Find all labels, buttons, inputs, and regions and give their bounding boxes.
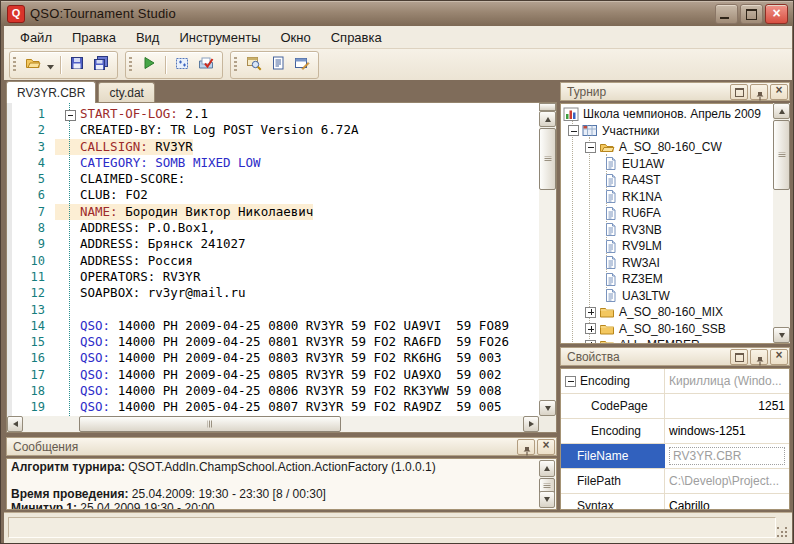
tree-item-ru6fa[interactable]: RU6FA — [561, 205, 789, 222]
code-editor[interactable]: 1START-OF-LOG: 2.12CREATED-BY: TR Log PO… — [6, 102, 557, 433]
tree-item-ua3ltw[interactable]: UA3LTW — [561, 288, 789, 305]
editor-line-8[interactable]: 8ADDRESS: P.O.Box1, — [7, 220, 539, 236]
messages-scrollbar[interactable] — [539, 460, 555, 508]
tab-rv3yr-cbr[interactable]: RV3YR.CBR — [6, 81, 96, 103]
property-value[interactable]: 1251 — [665, 394, 789, 418]
property-value[interactable]: Кириллица (Windo... — [665, 369, 789, 393]
editor-line-9[interactable]: 9ADDRESS: Брянск 241027 — [7, 236, 539, 252]
maximize-button[interactable] — [740, 4, 763, 24]
toolbar-check-log-button[interactable] — [194, 54, 218, 76]
editor-line-17[interactable]: 17QSO: 14000 PH 2009-04-25 0805 RV3YR 59… — [7, 367, 539, 383]
property-value[interactable]: C:\Develop\Project... — [665, 469, 789, 493]
scroll-up-button[interactable] — [539, 460, 555, 477]
toolbar-report-button[interactable] — [266, 54, 290, 76]
toolbar-save-all-button[interactable] — [89, 54, 113, 76]
tree-expander[interactable] — [585, 142, 596, 153]
panel-close-button[interactable] — [770, 84, 788, 100]
property-row-syntax[interactable]: SyntaxCabrillo — [561, 494, 789, 510]
panel-maximize-button[interactable] — [730, 349, 748, 365]
scroll-thumb[interactable] — [539, 128, 556, 190]
scroll-up-button[interactable] — [539, 111, 556, 127]
scroll-left-button[interactable] — [7, 416, 23, 432]
panel-pin-button[interactable] — [750, 349, 768, 365]
editor-line-15[interactable]: 15QSO: 14000 PH 2009-04-25 0801 RV3YR 59… — [7, 334, 539, 350]
toolbar-find-in-files-button[interactable] — [242, 54, 266, 76]
editor-lines[interactable]: 1START-OF-LOG: 2.12CREATED-BY: TR Log PO… — [7, 103, 539, 416]
tree-expander[interactable] — [585, 340, 596, 344]
tree-expander[interactable] — [585, 307, 596, 318]
close-button[interactable] — [765, 4, 788, 24]
tree-item-all-member[interactable]: ALL_MEMBER — [561, 337, 789, 344]
tree-expander[interactable] — [568, 125, 579, 136]
editor-vertical-scrollbar[interactable] — [539, 103, 556, 416]
property-row-filepath[interactable]: FilePathC:\Develop\Project... — [561, 469, 789, 494]
editor-line-3[interactable]: 3CALLSIGN: RV3YR — [7, 139, 539, 155]
tree-expander[interactable] — [585, 323, 596, 334]
property-row-codepage[interactable]: CodePage1251 — [561, 394, 789, 419]
editor-line-2[interactable]: 2CREATED-BY: TR Log POST Version 6.72A — [7, 122, 539, 138]
toolbar-run-button[interactable] — [137, 54, 161, 76]
menu-item-file[interactable]: Файл — [10, 28, 62, 47]
menu-item-view[interactable]: Вид — [126, 28, 170, 47]
editor-split-handle[interactable] — [539, 103, 556, 111]
property-value[interactable]: RV3YR.CBR — [665, 444, 789, 468]
editor-line-10[interactable]: 10ADDRESS: Россия — [7, 253, 539, 269]
tree-item-a-so-80-160-cw[interactable]: A_SO_80-160_CW — [561, 139, 789, 156]
editor-line-7[interactable]: 7NAME: Бородин Виктор Николаевич — [7, 204, 539, 220]
property-row-encoding[interactable]: EncodingКириллица (Windo... — [561, 369, 789, 394]
toolbar-open-button[interactable] — [21, 54, 45, 76]
panel-close-button[interactable] — [770, 349, 788, 365]
tree-item-a-so-80-160-ssb[interactable]: A_SO_80-160_SSB — [561, 321, 789, 338]
editor-line-19[interactable]: 19QSO: 14000 PH 2005-04-25 0807 RV3YR 59… — [7, 399, 539, 415]
property-row-encoding[interactable]: Encodingwindows-1251 — [561, 419, 789, 444]
fold-toggle[interactable] — [65, 110, 76, 121]
panel-pin-button[interactable] — [750, 84, 768, 100]
resize-grip[interactable] — [777, 527, 788, 538]
editor-line-16[interactable]: 16QSO: 14000 PH 2009-04-25 0803 RV3YR 59… — [7, 350, 539, 366]
editor-line-11[interactable]: 11OPERATORS: RV3YR — [7, 269, 539, 285]
tournament-tree[interactable]: Школа чемпионов. Апрель 2009УчастникиA_S… — [560, 103, 790, 344]
tab-cty-dat[interactable]: cty.dat — [98, 82, 154, 102]
group-expander[interactable] — [565, 376, 576, 387]
scroll-down-button[interactable] — [539, 491, 555, 508]
editor-line-4[interactable]: 4CATEGORY: SOMB MIXED LOW — [7, 155, 539, 171]
property-value[interactable]: Cabrillo — [665, 494, 789, 510]
property-grid[interactable]: EncodingКириллица (Windo...CodePage1251E… — [560, 368, 790, 510]
editor-line-18[interactable]: 18QSO: 14000 PH 2009-04-25 0806 RV3YR 59… — [7, 383, 539, 399]
panel-maximize-button[interactable] — [730, 84, 748, 100]
minimize-button[interactable] — [715, 4, 738, 24]
scroll-down-button[interactable] — [539, 400, 556, 416]
toolbar-open-dropdown-button[interactable] — [45, 54, 56, 76]
toolbar-grip[interactable] — [129, 57, 132, 73]
editor-horizontal-scrollbar[interactable] — [7, 416, 539, 432]
property-row-filename[interactable]: FileNameRV3YR.CBR — [561, 444, 789, 469]
tree-item-ra4st[interactable]: RA4ST — [561, 172, 789, 189]
menu-item-help[interactable]: Справка — [321, 28, 392, 47]
property-value[interactable]: windows-1251 — [665, 419, 789, 443]
menu-item-tools[interactable]: Инструменты — [169, 28, 270, 47]
tree-item-rv9lm[interactable]: RV9LM — [561, 238, 789, 255]
toolbar-grip[interactable] — [13, 57, 16, 73]
toolbar-grip[interactable] — [234, 57, 237, 73]
tree-item-rv3nb[interactable]: RV3NB — [561, 222, 789, 239]
toolbar-properties-button[interactable] — [290, 54, 314, 76]
editor-line-13[interactable]: 13 — [7, 302, 539, 318]
panel-close-button[interactable] — [537, 439, 555, 455]
title-bar[interactable]: Q QSO:Tournament Studio — [1, 1, 793, 26]
tree-item-rk1na[interactable]: RK1NA — [561, 189, 789, 206]
menu-item-edit[interactable]: Правка — [62, 28, 126, 47]
toolbar-save-button[interactable] — [65, 54, 89, 76]
tree-item-eu1aw[interactable]: EU1AW — [561, 156, 789, 173]
editor-line-5[interactable]: 5CLAIMED-SCORE: — [7, 171, 539, 187]
tournament-panel-titlebar[interactable]: Турнир — [560, 82, 790, 101]
editor-line-14[interactable]: 14QSO: 14000 PH 2009-04-25 0800 RV3YR 59… — [7, 318, 539, 334]
tree-item-2009[interactable]: Школа чемпионов. Апрель 2009 — [561, 106, 789, 123]
tree-item-item[interactable]: Участники — [561, 123, 789, 140]
panel-pin-button[interactable] — [517, 439, 535, 455]
editor-line-12[interactable]: 12SOAPBOX: rv3yr@mail.ru — [7, 285, 539, 301]
tree-item-rz3em[interactable]: RZ3EM — [561, 271, 789, 288]
messages-panel-titlebar[interactable]: Сообщения — [6, 437, 557, 456]
tree-item-rw3ai[interactable]: RW3AI — [561, 255, 789, 272]
properties-panel-titlebar[interactable]: Свойства — [560, 347, 790, 366]
scroll-thumb[interactable] — [79, 416, 341, 432]
